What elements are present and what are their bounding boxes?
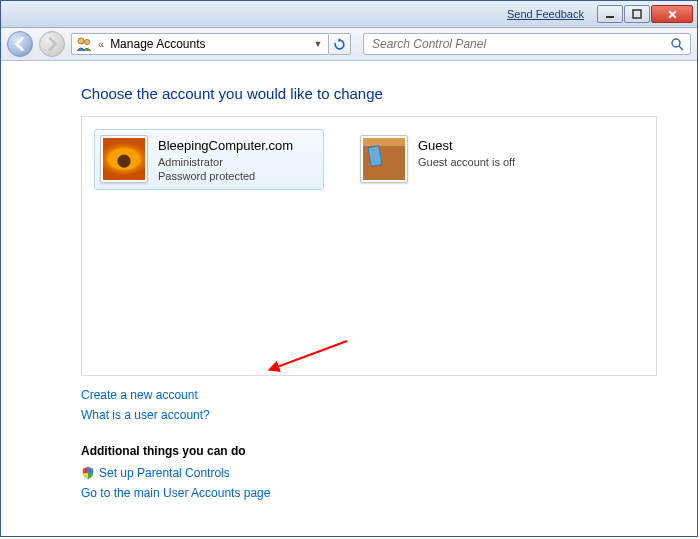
search-input[interactable]: [370, 36, 670, 52]
window-controls: [596, 5, 693, 23]
account-picture: [100, 135, 148, 183]
svg-point-2: [78, 38, 84, 44]
what-is-account-link[interactable]: What is a user account?: [81, 408, 657, 422]
svg-rect-1: [633, 10, 641, 18]
send-feedback-link[interactable]: Send Feedback: [507, 8, 584, 20]
close-button[interactable]: [651, 5, 693, 23]
search-box[interactable]: [363, 33, 691, 55]
page-title: Choose the account you would like to cha…: [81, 85, 657, 102]
account-role: Administrator: [158, 155, 293, 170]
create-account-link[interactable]: Create a new account: [81, 388, 657, 402]
additional-heading: Additional things you can do: [81, 444, 657, 458]
minimize-button[interactable]: [597, 5, 623, 23]
account-info: BleepingComputer.com Administrator Passw…: [158, 135, 293, 184]
shield-icon: [81, 466, 95, 480]
accounts-panel: BleepingComputer.com Administrator Passw…: [81, 116, 657, 376]
parental-controls-link[interactable]: Set up Parental Controls: [81, 466, 657, 480]
svg-rect-0: [606, 16, 614, 18]
svg-point-3: [85, 40, 90, 45]
maximize-button[interactable]: [624, 5, 650, 23]
user-accounts-icon: [76, 36, 92, 52]
svg-line-5: [679, 46, 683, 50]
svg-point-4: [672, 39, 680, 47]
forward-button[interactable]: [39, 31, 65, 57]
account-picture: [360, 135, 408, 183]
breadcrumb-back-chevron[interactable]: «: [98, 38, 104, 50]
content-area: Choose the account you would like to cha…: [1, 61, 697, 526]
account-role: Guest account is off: [418, 155, 515, 170]
main-accounts-link[interactable]: Go to the main User Accounts page: [81, 486, 657, 500]
breadcrumb-location: Manage Accounts: [110, 37, 306, 51]
control-panel-window: Send Feedback « Manage Accounts ▼: [0, 0, 698, 537]
parental-controls-label: Set up Parental Controls: [99, 466, 230, 480]
window-titlebar: Send Feedback: [1, 1, 697, 28]
refresh-button[interactable]: [329, 33, 351, 55]
address-dropdown-icon[interactable]: ▼: [312, 39, 324, 49]
account-status: Password protected: [158, 169, 293, 184]
account-info: Guest Guest account is off: [418, 135, 515, 169]
back-button[interactable]: [7, 31, 33, 57]
account-name: Guest: [418, 137, 515, 155]
navigation-toolbar: « Manage Accounts ▼: [1, 28, 697, 61]
account-tile[interactable]: BleepingComputer.com Administrator Passw…: [94, 129, 324, 190]
search-icon: [670, 37, 684, 51]
account-name: BleepingComputer.com: [158, 137, 293, 155]
account-tile[interactable]: Guest Guest account is off: [354, 129, 584, 189]
address-bar[interactable]: « Manage Accounts ▼: [71, 33, 329, 55]
